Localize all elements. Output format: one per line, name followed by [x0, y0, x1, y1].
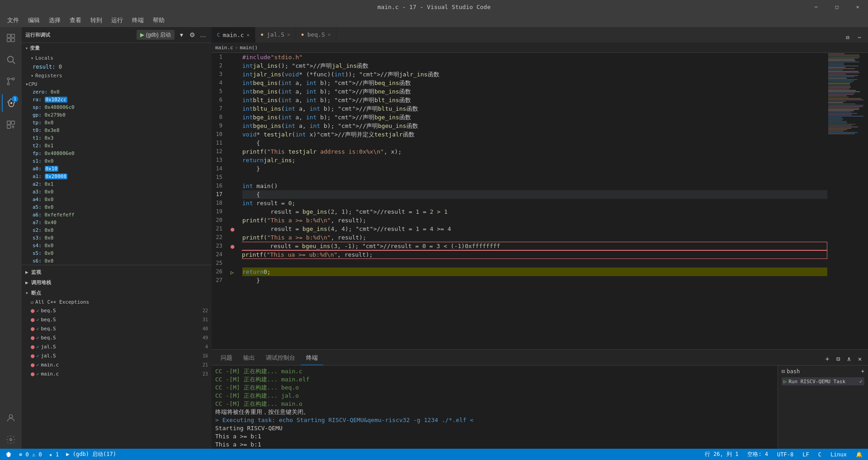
menu-item-选择[interactable]: 选择: [45, 14, 64, 26]
minimap-line: [828, 120, 842, 121]
variables-section-header[interactable]: ▾ 变量: [22, 43, 212, 53]
tab-main-c-close[interactable]: ✕: [247, 32, 250, 38]
register-ra: ra: 0x102cc: [22, 96, 212, 103]
callstack-section[interactable]: ▶ 调用堆栈: [22, 277, 212, 288]
bp-line: 22: [203, 308, 208, 313]
code-line-6: int blt_ins(int a, int b); "cmt">//声明blt…: [242, 96, 827, 104]
tab-beq-s-close[interactable]: ✕: [328, 32, 331, 38]
register-t2: t2: 0x1: [22, 142, 212, 150]
terminal-body: CC -[M] 正在构建... main.cCC -[M] 正在构建... ma…: [212, 366, 868, 449]
activity-extensions[interactable]: [2, 116, 20, 134]
close-button[interactable]: ✕: [847, 0, 868, 14]
bash-label-container: ⊡ bash: [782, 368, 800, 375]
code-line-3: int jalr_ins(void* (*func)(int)); "cmt">…: [242, 70, 827, 79]
statusbar-language[interactable]: C: [816, 451, 823, 458]
terminal-close-btn[interactable]: ✕: [855, 354, 864, 363]
breadcrumb-symbol[interactable]: main(): [240, 45, 258, 51]
statusbar-encoding[interactable]: UTF-8: [775, 451, 795, 458]
locals-header[interactable]: ▾ Locals: [22, 53, 212, 63]
gutter-25: [230, 259, 239, 268]
run-dropdown-btn[interactable]: ▾: [176, 30, 186, 40]
gutter-5: [230, 87, 239, 96]
watch-section[interactable]: ▶ 监视: [22, 267, 212, 277]
statusbar-spaces[interactable]: 空格: 4: [745, 451, 770, 458]
titlebar: main.c - 17 - Visual Studio Code ─ □ ✕: [0, 0, 868, 14]
run-more-btn[interactable]: …: [198, 30, 208, 40]
statusbar-debug-icon[interactable]: [4, 451, 14, 458]
statusbar-notifications[interactable]: 🔔: [854, 451, 864, 458]
terminal-content[interactable]: CC -[M] 正在构建... main.cCC -[M] 正在构建... ma…: [212, 366, 778, 449]
menu-item-转到[interactable]: 转到: [87, 14, 106, 26]
terminal-split-btn[interactable]: ⊟: [834, 354, 843, 363]
all-exceptions-checkbox[interactable]: ☑: [31, 300, 33, 305]
activity-settings[interactable]: [2, 431, 20, 449]
gutter-17: [230, 190, 239, 199]
menu-item-查看[interactable]: 查看: [66, 14, 85, 26]
terminal-tab-debug[interactable]: 调试控制台: [260, 351, 301, 365]
maximize-button[interactable]: □: [826, 0, 847, 14]
activity-accounts[interactable]: [2, 409, 20, 427]
register-a7: a7: 0x40: [22, 219, 212, 226]
tab-main-c[interactable]: C main.c ✕: [212, 27, 255, 42]
tab-beq-s[interactable]: ● beq.S ✕: [296, 27, 337, 42]
bash-close[interactable]: +: [861, 368, 864, 375]
activity-debug[interactable]: 1: [2, 94, 20, 112]
statusbar-line-endings[interactable]: LF: [801, 451, 811, 458]
menu-item-编辑[interactable]: 编辑: [24, 14, 43, 26]
terminal-tab-problems[interactable]: 问题: [215, 351, 238, 365]
terminal-tab-output[interactable]: 输出: [238, 351, 260, 365]
gutter-18: [230, 199, 239, 207]
run-start-button[interactable]: ▶ (gdb) 启动: [137, 30, 175, 40]
statusbar-position[interactable]: 行 26, 列 1: [703, 451, 741, 458]
breadcrumb-file[interactable]: main.c: [215, 45, 233, 51]
line-number-6: 6: [212, 96, 226, 104]
line-number-26: 26: [212, 268, 226, 276]
code-content[interactable]: #include "stdio.h" int jal_ins(); "cmt">…: [239, 53, 827, 349]
line-number-20: 20: [212, 216, 226, 225]
breakpoint-dot[interactable]: ●: [231, 242, 234, 251]
minimap-line: [828, 53, 844, 54]
task-row[interactable]: ▷ Run RISCV-QEMU Task ✓: [782, 377, 864, 385]
window-controls: ─ □ ✕: [806, 0, 868, 14]
activity-search[interactable]: [2, 51, 20, 69]
scrollbar[interactable]: [863, 53, 868, 349]
code-line-8: int bge_ins(int a, int b); "cmt">//声明bge…: [242, 113, 827, 122]
terminal-tab-terminal[interactable]: 终端: [301, 351, 323, 365]
tab-jal-s[interactable]: ● jal.S ✕: [255, 27, 296, 42]
registers-label: Registers: [35, 73, 62, 79]
menu-item-帮助[interactable]: 帮助: [149, 14, 168, 26]
more-actions-btn[interactable]: ⋯: [854, 33, 864, 42]
terminal-maximize-btn[interactable]: ∧: [844, 354, 854, 363]
register-gp: gp: 0x279b0: [22, 111, 212, 119]
tab-jal-s-close[interactable]: ✕: [287, 32, 290, 38]
cpu-group-header[interactable]: ▾ CPU: [22, 80, 212, 88]
activity-explorer[interactable]: [2, 29, 20, 47]
cpu-group: ▾ CPU zero: 0x0ra: 0x102ccsp: 0x408006c0…: [22, 80, 212, 265]
terminal-add-btn[interactable]: +: [823, 354, 832, 363]
menu-item-终端[interactable]: 终端: [128, 14, 147, 26]
code-line-14: }: [242, 164, 827, 173]
statusbar-os[interactable]: Linux: [829, 451, 849, 458]
menu-item-文件[interactable]: 文件: [4, 14, 23, 26]
statusbar-info[interactable]: ★ 1: [47, 451, 61, 458]
gutter-27: [230, 276, 239, 285]
minimap-line: [828, 97, 849, 98]
minimap-line: [828, 67, 845, 68]
statusbar-debug-label[interactable]: ▶ (gdb) 启动(17): [64, 451, 118, 458]
code-editor[interactable]: 1234567891011121314151617181920212223242…: [212, 53, 827, 349]
menu-item-运行[interactable]: 运行: [108, 14, 127, 26]
minimize-button[interactable]: ─: [806, 0, 826, 14]
minimap-line: [828, 132, 858, 133]
breakpoint-dot[interactable]: ●: [231, 225, 234, 234]
split-editor-btn[interactable]: ⊟: [843, 33, 853, 42]
minimap-line: [828, 57, 859, 58]
registers-header[interactable]: ▾ Registers: [22, 71, 212, 80]
run-config-btn[interactable]: ⚙: [187, 30, 197, 40]
breakpoints-section[interactable]: ▾ 断点: [22, 288, 212, 298]
minimap-line: [828, 60, 855, 61]
minimap-line: [828, 59, 854, 60]
minimap-line: [828, 56, 860, 57]
statusbar-errors[interactable]: ⊗ 0 ⚠ 0: [17, 451, 44, 458]
register-t1: t1: 0x3: [22, 134, 212, 142]
activity-source-control[interactable]: [2, 72, 20, 90]
